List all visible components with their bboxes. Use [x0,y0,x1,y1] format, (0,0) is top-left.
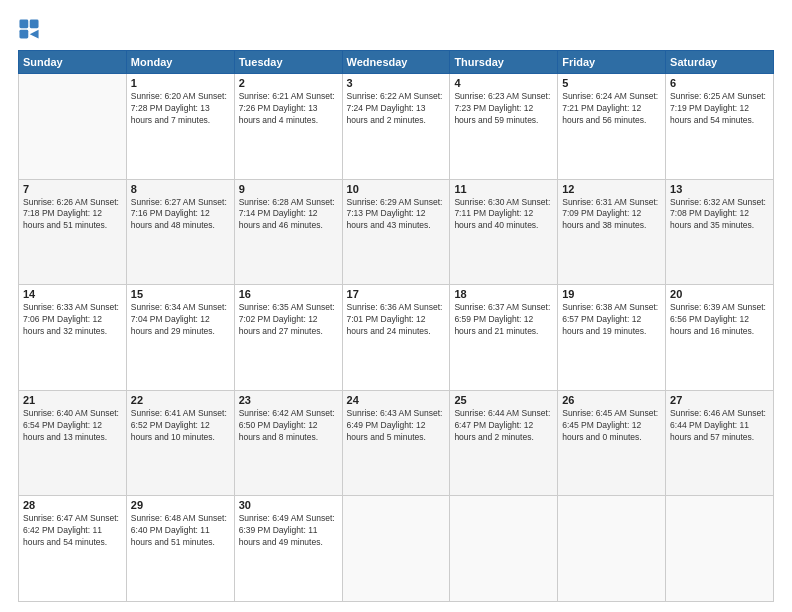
day-number: 30 [239,499,338,511]
day-number: 2 [239,77,338,89]
day-number: 5 [562,77,661,89]
day-number: 24 [347,394,446,406]
calendar-cell [19,74,127,180]
calendar-cell: 20Sunrise: 6:39 AM Sunset: 6:56 PM Dayli… [666,285,774,391]
calendar-cell [666,496,774,602]
calendar-cell: 28Sunrise: 6:47 AM Sunset: 6:42 PM Dayli… [19,496,127,602]
week-row-4: 21Sunrise: 6:40 AM Sunset: 6:54 PM Dayli… [19,390,774,496]
day-number: 7 [23,183,122,195]
day-number: 28 [23,499,122,511]
header-day-saturday: Saturday [666,51,774,74]
day-number: 15 [131,288,230,300]
day-number: 21 [23,394,122,406]
day-number: 16 [239,288,338,300]
day-number: 20 [670,288,769,300]
day-info: Sunrise: 6:46 AM Sunset: 6:44 PM Dayligh… [670,408,769,444]
day-info: Sunrise: 6:34 AM Sunset: 7:04 PM Dayligh… [131,302,230,338]
week-row-1: 1Sunrise: 6:20 AM Sunset: 7:28 PM Daylig… [19,74,774,180]
calendar-cell: 29Sunrise: 6:48 AM Sunset: 6:40 PM Dayli… [126,496,234,602]
header [18,18,774,40]
week-row-3: 14Sunrise: 6:33 AM Sunset: 7:06 PM Dayli… [19,285,774,391]
day-info: Sunrise: 6:39 AM Sunset: 6:56 PM Dayligh… [670,302,769,338]
calendar-cell: 13Sunrise: 6:32 AM Sunset: 7:08 PM Dayli… [666,179,774,285]
calendar-cell: 16Sunrise: 6:35 AM Sunset: 7:02 PM Dayli… [234,285,342,391]
calendar-cell: 27Sunrise: 6:46 AM Sunset: 6:44 PM Dayli… [666,390,774,496]
calendar-cell: 4Sunrise: 6:23 AM Sunset: 7:23 PM Daylig… [450,74,558,180]
calendar: SundayMondayTuesdayWednesdayThursdayFrid… [18,50,774,602]
day-number: 1 [131,77,230,89]
day-info: Sunrise: 6:28 AM Sunset: 7:14 PM Dayligh… [239,197,338,233]
day-number: 4 [454,77,553,89]
day-info: Sunrise: 6:32 AM Sunset: 7:08 PM Dayligh… [670,197,769,233]
svg-rect-1 [30,19,39,28]
day-number: 17 [347,288,446,300]
calendar-cell [342,496,450,602]
day-info: Sunrise: 6:42 AM Sunset: 6:50 PM Dayligh… [239,408,338,444]
day-number: 3 [347,77,446,89]
day-info: Sunrise: 6:20 AM Sunset: 7:28 PM Dayligh… [131,91,230,127]
day-number: 12 [562,183,661,195]
header-day-sunday: Sunday [19,51,127,74]
calendar-cell: 18Sunrise: 6:37 AM Sunset: 6:59 PM Dayli… [450,285,558,391]
svg-marker-3 [30,30,39,39]
calendar-cell: 12Sunrise: 6:31 AM Sunset: 7:09 PM Dayli… [558,179,666,285]
calendar-cell: 24Sunrise: 6:43 AM Sunset: 6:49 PM Dayli… [342,390,450,496]
calendar-cell: 10Sunrise: 6:29 AM Sunset: 7:13 PM Dayli… [342,179,450,285]
day-info: Sunrise: 6:45 AM Sunset: 6:45 PM Dayligh… [562,408,661,444]
header-day-tuesday: Tuesday [234,51,342,74]
calendar-cell: 9Sunrise: 6:28 AM Sunset: 7:14 PM Daylig… [234,179,342,285]
day-number: 9 [239,183,338,195]
day-number: 23 [239,394,338,406]
calendar-cell: 17Sunrise: 6:36 AM Sunset: 7:01 PM Dayli… [342,285,450,391]
week-row-2: 7Sunrise: 6:26 AM Sunset: 7:18 PM Daylig… [19,179,774,285]
day-number: 25 [454,394,553,406]
calendar-cell [558,496,666,602]
day-info: Sunrise: 6:40 AM Sunset: 6:54 PM Dayligh… [23,408,122,444]
day-info: Sunrise: 6:44 AM Sunset: 6:47 PM Dayligh… [454,408,553,444]
day-info: Sunrise: 6:26 AM Sunset: 7:18 PM Dayligh… [23,197,122,233]
day-info: Sunrise: 6:48 AM Sunset: 6:40 PM Dayligh… [131,513,230,549]
day-info: Sunrise: 6:33 AM Sunset: 7:06 PM Dayligh… [23,302,122,338]
svg-rect-0 [19,19,28,28]
day-info: Sunrise: 6:31 AM Sunset: 7:09 PM Dayligh… [562,197,661,233]
svg-rect-2 [19,30,28,39]
day-info: Sunrise: 6:30 AM Sunset: 7:11 PM Dayligh… [454,197,553,233]
day-info: Sunrise: 6:38 AM Sunset: 6:57 PM Dayligh… [562,302,661,338]
calendar-cell: 14Sunrise: 6:33 AM Sunset: 7:06 PM Dayli… [19,285,127,391]
calendar-cell: 19Sunrise: 6:38 AM Sunset: 6:57 PM Dayli… [558,285,666,391]
day-number: 29 [131,499,230,511]
calendar-cell [450,496,558,602]
day-info: Sunrise: 6:47 AM Sunset: 6:42 PM Dayligh… [23,513,122,549]
day-info: Sunrise: 6:29 AM Sunset: 7:13 PM Dayligh… [347,197,446,233]
day-number: 10 [347,183,446,195]
calendar-cell: 8Sunrise: 6:27 AM Sunset: 7:16 PM Daylig… [126,179,234,285]
header-day-thursday: Thursday [450,51,558,74]
logo-icon [18,18,40,40]
day-info: Sunrise: 6:49 AM Sunset: 6:39 PM Dayligh… [239,513,338,549]
calendar-cell: 26Sunrise: 6:45 AM Sunset: 6:45 PM Dayli… [558,390,666,496]
day-number: 19 [562,288,661,300]
day-info: Sunrise: 6:37 AM Sunset: 6:59 PM Dayligh… [454,302,553,338]
calendar-cell: 21Sunrise: 6:40 AM Sunset: 6:54 PM Dayli… [19,390,127,496]
day-info: Sunrise: 6:24 AM Sunset: 7:21 PM Dayligh… [562,91,661,127]
day-info: Sunrise: 6:25 AM Sunset: 7:19 PM Dayligh… [670,91,769,127]
calendar-cell: 7Sunrise: 6:26 AM Sunset: 7:18 PM Daylig… [19,179,127,285]
calendar-cell: 25Sunrise: 6:44 AM Sunset: 6:47 PM Dayli… [450,390,558,496]
day-info: Sunrise: 6:22 AM Sunset: 7:24 PM Dayligh… [347,91,446,127]
calendar-cell: 11Sunrise: 6:30 AM Sunset: 7:11 PM Dayli… [450,179,558,285]
day-number: 8 [131,183,230,195]
day-number: 14 [23,288,122,300]
day-info: Sunrise: 6:27 AM Sunset: 7:16 PM Dayligh… [131,197,230,233]
day-info: Sunrise: 6:35 AM Sunset: 7:02 PM Dayligh… [239,302,338,338]
day-number: 11 [454,183,553,195]
calendar-cell: 3Sunrise: 6:22 AM Sunset: 7:24 PM Daylig… [342,74,450,180]
day-number: 26 [562,394,661,406]
header-day-friday: Friday [558,51,666,74]
calendar-cell: 2Sunrise: 6:21 AM Sunset: 7:26 PM Daylig… [234,74,342,180]
calendar-cell: 6Sunrise: 6:25 AM Sunset: 7:19 PM Daylig… [666,74,774,180]
calendar-cell: 30Sunrise: 6:49 AM Sunset: 6:39 PM Dayli… [234,496,342,602]
calendar-cell: 15Sunrise: 6:34 AM Sunset: 7:04 PM Dayli… [126,285,234,391]
header-row: SundayMondayTuesdayWednesdayThursdayFrid… [19,51,774,74]
day-info: Sunrise: 6:41 AM Sunset: 6:52 PM Dayligh… [131,408,230,444]
header-day-wednesday: Wednesday [342,51,450,74]
